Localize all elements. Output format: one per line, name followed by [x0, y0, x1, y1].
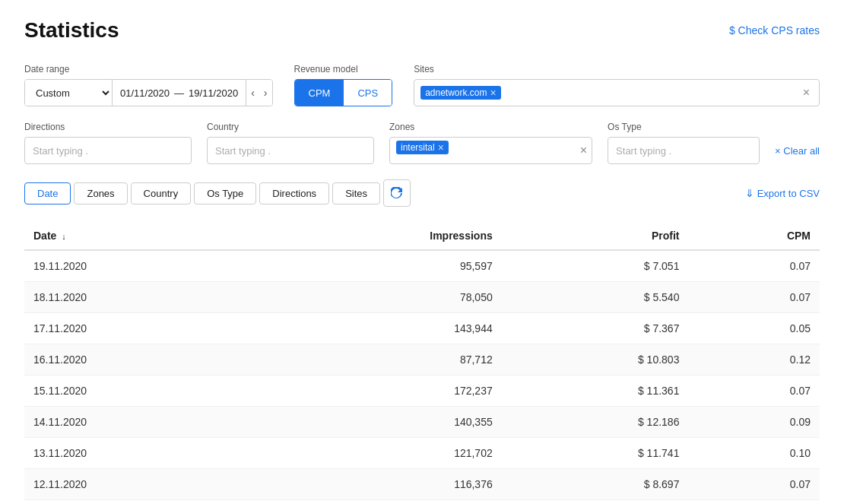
- cell-impressions: 140,355: [248, 407, 501, 438]
- table-body: 19.11.2020 95,597 $ 7.051 0.07 18.11.202…: [24, 250, 820, 504]
- page-title: Statistics: [24, 18, 119, 43]
- table-row: 19.11.2020 95,597 $ 7.051 0.07: [24, 250, 820, 282]
- cell-cpm: 0.05: [688, 313, 820, 344]
- cell-cpm: 0.09: [688, 407, 820, 438]
- tab-directions[interactable]: Directions: [259, 182, 329, 204]
- date-range-dates: 01/11/2020 — 19/11/2020: [113, 80, 246, 106]
- date-end: 19/11/2020: [189, 87, 238, 99]
- country-input[interactable]: [207, 137, 374, 164]
- table-row: 16.11.2020 87,712 $ 10.803 0.12: [24, 344, 820, 376]
- page-header: Statistics $ Check CPS rates: [24, 18, 820, 43]
- cell-cpm: 0.07: [688, 376, 820, 407]
- revenue-model-cpm-button[interactable]: CPM: [295, 80, 344, 106]
- export-csv-button[interactable]: ⇓ Export to CSV: [745, 187, 820, 199]
- zones-label: Zones: [389, 122, 592, 132]
- cell-date: 17.11.2020: [24, 313, 248, 344]
- zones-tag-remove-icon[interactable]: ×: [438, 142, 444, 153]
- cell-date: 19.11.2020: [24, 250, 248, 282]
- refresh-button[interactable]: [383, 179, 411, 207]
- check-cps-link[interactable]: $ Check CPS rates: [729, 24, 820, 36]
- sites-label: Sites: [414, 64, 820, 74]
- cell-cpm: 0.12: [688, 344, 820, 376]
- sites-group: Sites adnetwork.com × ×: [414, 64, 820, 106]
- col-cpm: CPM: [688, 222, 820, 250]
- date-prev-button[interactable]: ‹: [246, 80, 259, 106]
- refresh-icon: [391, 187, 403, 199]
- cell-cpm: 0.10: [688, 438, 820, 469]
- zones-group: Zones intersital × ×: [389, 122, 592, 164]
- col-date[interactable]: Date ↓: [24, 222, 248, 250]
- tab-date[interactable]: Date: [24, 182, 71, 204]
- table-header: Date ↓ Impressions Profit CPM: [24, 222, 820, 250]
- cell-profit: $ 5.540: [502, 282, 689, 313]
- cell-impressions: 172,237: [248, 376, 501, 407]
- cell-date: 15.11.2020: [24, 376, 248, 407]
- cell-profit: $ 11.361: [502, 376, 689, 407]
- cell-profit: $ 10.974: [502, 500, 689, 505]
- revenue-model-cps-button[interactable]: CPS: [344, 80, 392, 106]
- cell-cpm: 0.12: [688, 500, 820, 505]
- date-next-button[interactable]: ›: [259, 80, 272, 106]
- cell-profit: $ 8.697: [502, 469, 689, 500]
- clear-all-button[interactable]: × Clear all: [775, 137, 820, 164]
- cell-date: 16.11.2020: [24, 344, 248, 376]
- cell-date: 14.11.2020: [24, 407, 248, 438]
- revenue-model-group: Revenue model CPM CPS: [294, 64, 393, 106]
- zones-input-wrapper[interactable]: intersital × ×: [389, 137, 592, 164]
- download-icon: ⇓: [745, 187, 754, 199]
- sites-clear-button[interactable]: ×: [800, 86, 813, 100]
- table-header-row: Date ↓ Impressions Profit CPM: [24, 222, 820, 250]
- filters-row-1: Date range Custom Today Yesterday Last 7…: [24, 64, 820, 106]
- sites-tag-text: adnetwork.com: [425, 87, 487, 98]
- table-row: 11.11.2020 94,847 $ 10.974 0.12: [24, 500, 820, 505]
- cell-date: 12.11.2020: [24, 469, 248, 500]
- zones-tag-text: intersital: [401, 142, 435, 153]
- col-impressions: Impressions: [248, 222, 501, 250]
- date-range-preset-select[interactable]: Custom Today Yesterday Last 7 days Last …: [25, 80, 113, 106]
- tab-country[interactable]: Country: [131, 182, 192, 204]
- directions-group: Directions: [24, 122, 192, 164]
- os-type-label: Os Type: [608, 122, 760, 132]
- table-row: 15.11.2020 172,237 $ 11.361 0.07: [24, 376, 820, 407]
- table-row: 18.11.2020 78,050 $ 5.540 0.07: [24, 282, 820, 313]
- sites-input-wrapper[interactable]: adnetwork.com × ×: [414, 79, 820, 106]
- sites-tag-remove-icon[interactable]: ×: [490, 87, 497, 98]
- revenue-model-toggle: CPM CPS: [294, 79, 393, 106]
- country-group: Country: [207, 122, 374, 164]
- filters-row-2-container: Directions Country Zones intersital × × …: [24, 122, 820, 164]
- date-separator: —: [174, 87, 184, 99]
- cell-impressions: 94,847: [248, 500, 501, 505]
- sites-input[interactable]: [506, 87, 795, 99]
- sites-selected-tag: adnetwork.com ×: [420, 86, 501, 100]
- cell-impressions: 121,702: [248, 438, 501, 469]
- cell-cpm: 0.07: [688, 250, 820, 282]
- date-range-group: Date range Custom Today Yesterday Last 7…: [24, 64, 273, 106]
- cell-cpm: 0.07: [688, 282, 820, 313]
- table-row: 12.11.2020 116,376 $ 8.697 0.07: [24, 469, 820, 500]
- group-tabs-row: Date Zones Country Os Type Directions Si…: [24, 179, 820, 207]
- cell-date: 11.11.2020: [24, 500, 248, 505]
- cell-profit: $ 7.051: [502, 250, 689, 282]
- directions-label: Directions: [24, 122, 192, 132]
- cell-date: 13.11.2020: [24, 438, 248, 469]
- cell-profit: $ 10.803: [502, 344, 689, 376]
- zones-selected-tag: intersital ×: [396, 141, 449, 154]
- cell-impressions: 87,712: [248, 344, 501, 376]
- zones-clear-button[interactable]: ×: [580, 144, 587, 157]
- tab-zones[interactable]: Zones: [74, 182, 127, 204]
- export-csv-label: Export to CSV: [757, 188, 820, 199]
- directions-input[interactable]: [24, 137, 192, 164]
- tab-sites[interactable]: Sites: [332, 182, 380, 204]
- statistics-table: Date ↓ Impressions Profit CPM 19.11.2020…: [24, 222, 820, 504]
- country-label: Country: [207, 122, 374, 132]
- cell-impressions: 95,597: [248, 250, 501, 282]
- date-start: 01/11/2020: [120, 87, 170, 99]
- tab-os-type[interactable]: Os Type: [194, 182, 256, 204]
- cell-impressions: 116,376: [248, 469, 501, 500]
- table-row: 17.11.2020 143,944 $ 7.367 0.05: [24, 313, 820, 344]
- cell-profit: $ 12.186: [502, 407, 689, 438]
- date-sort-icon: ↓: [62, 232, 66, 241]
- os-type-group: Os Type: [608, 122, 760, 164]
- date-range-control: Custom Today Yesterday Last 7 days Last …: [24, 79, 273, 106]
- os-type-input[interactable]: [608, 137, 760, 164]
